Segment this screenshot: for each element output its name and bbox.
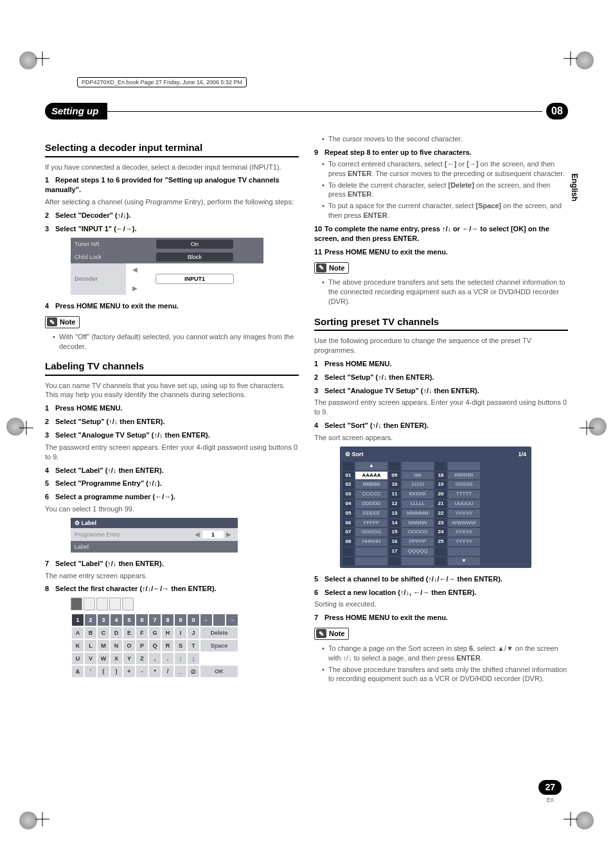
crop-mark-icon (19, 811, 37, 829)
sort-cell (342, 547, 354, 556)
sort-cell: JJJJJ (402, 481, 434, 489)
step-4: Press HOME MENU to exit the menu. (55, 302, 179, 310)
sort-cell: WWWWW (448, 519, 480, 527)
sort-cell: 06 (342, 519, 354, 527)
sort-cell (355, 547, 387, 556)
sort-cell: FFFFF (355, 519, 387, 527)
sort-cell: 01 (342, 472, 354, 480)
register-cross-icon (580, 421, 594, 435)
right-column: The cursor moves to the second character… (314, 132, 568, 686)
step-1: Repeat steps 1 to 6 provided for "Settin… (45, 176, 280, 193)
sort-cell: 18 (435, 472, 447, 480)
page-number: 27 En (538, 780, 562, 804)
sort-cell: EEEEE (355, 509, 387, 518)
sort-cell: QQQQQ (402, 547, 434, 556)
register-cross-icon (35, 51, 49, 66)
heading-sorting: Sorting preset TV channels (314, 315, 568, 331)
crop-mark-icon (576, 51, 594, 69)
sort-cell: OOOOO (402, 528, 434, 536)
sort-cell: GGGGG (355, 528, 387, 536)
kb-delete: Delete (200, 627, 238, 639)
sort-cell: 05 (342, 509, 354, 518)
sort-cell: 25 (435, 538, 447, 546)
book-header-line: PDP4270XD_En.book Page 27 Friday, June 1… (77, 77, 247, 87)
sort-cell: 14 (389, 519, 400, 527)
heading-labeling: Labeling TV channels (45, 360, 299, 375)
chapter-number: 08 (546, 103, 568, 120)
crop-mark-icon (19, 51, 37, 69)
sort-screen: ⚙ Sort1/4 ▲01AAAAA09IIIII18RRRRR02BBBBB1… (340, 447, 531, 568)
sort-cell: 10 (389, 481, 400, 489)
sort-cell: 21 (435, 500, 447, 508)
sort-cell: MMMMM (402, 509, 434, 518)
sort-cell: 13 (389, 509, 400, 518)
sort-cell: TTTTT (448, 490, 480, 499)
sort-cell: HHHHH (355, 538, 387, 546)
sort-cell: 16 (389, 538, 400, 546)
crop-mark-icon (576, 811, 594, 829)
label-ui-panel: ⚙ Label Programme Entry◀1▶ Label (71, 518, 238, 553)
note-icon: ✎ (47, 317, 57, 326)
sort-cell: XXXXX (448, 528, 480, 536)
sort-cell: BBBBB (355, 481, 387, 489)
sort-cell: 22 (435, 509, 447, 518)
register-cross-icon (35, 812, 49, 826)
sort-cell: NNNNN (402, 519, 434, 527)
step-2: Select "Decoder" (↑/↓). (55, 211, 130, 219)
sort-cell: LLLLL (402, 500, 434, 508)
register-cross-icon (564, 51, 578, 66)
sort-cell (448, 547, 480, 556)
kb-space: Space (200, 640, 238, 651)
chapter-title: Setting up (45, 103, 107, 120)
step-1-sub: After selecting a channel (using Program… (45, 197, 299, 207)
note-box: ✎Note (45, 316, 299, 328)
sort-cell: 02 (342, 481, 354, 489)
note-icon: ✎ (316, 263, 326, 272)
sort-cell: SSSSS (448, 481, 480, 489)
sort-cell: KKKKK (402, 490, 434, 499)
sort-cell: 19 (435, 481, 447, 489)
sort-cell (435, 547, 447, 556)
sort-cell: YYYYY (448, 538, 480, 546)
sort-cell: 12 (389, 500, 400, 508)
sort-cell: VVVVV (448, 509, 480, 518)
decoder-intro: If you have connected a decoder, select … (45, 163, 299, 172)
note-decoder-off: With "Off" (factory default) selected, y… (53, 332, 299, 351)
register-cross-icon (19, 421, 33, 435)
sort-cell: 17 (389, 547, 400, 556)
sort-cell: RRRRR (448, 472, 480, 480)
onscreen-keyboard: 1234567890←→ABCDEFGHIJDeleteKLMNOPQRSTSp… (71, 598, 257, 678)
sort-cell: IIIII (402, 472, 434, 480)
sort-cell: 23 (435, 519, 447, 527)
gear-icon: ⚙ (345, 450, 350, 458)
sort-cell: 04 (342, 500, 354, 508)
sort-cell: PPPPP (402, 538, 434, 546)
labeling-intro: You can name TV channels that you have s… (45, 381, 299, 400)
sort-cell: DDDDD (355, 500, 387, 508)
heading-decoder: Selecting a decoder input terminal (45, 141, 299, 157)
sort-cell: CCCCC (355, 490, 387, 499)
sort-cell: 20 (435, 490, 447, 499)
sort-cell: UUUUU (448, 500, 480, 508)
delete-character: To delete the current character, select … (322, 181, 568, 200)
register-cross-icon (564, 812, 578, 826)
language-tab: English (569, 173, 580, 201)
space-character: To put a space for the current character… (322, 201, 568, 220)
gear-icon: ⚙ (75, 520, 80, 526)
sort-cell: 03 (342, 490, 354, 499)
decoder-settings-table: Tuner NROn Child LockBlock Decoder◀INPUT… (71, 238, 263, 295)
sort-cell: 24 (435, 528, 447, 536)
sort-cell: 11 (389, 490, 400, 499)
sort-cell: 07 (342, 528, 354, 536)
sort-cell: 09 (389, 472, 400, 480)
step-3: Select "INPUT 1" (←/→). (55, 225, 137, 233)
chapter-header: Setting up 08 (45, 103, 568, 120)
kb-ok: OK (200, 666, 238, 677)
sort-cell: 15 (389, 528, 400, 536)
sort-cell: AAAAA (355, 472, 387, 480)
correct-characters: To correct entered characters, select [←… (322, 159, 568, 179)
left-column: Selecting a decoder input terminal If yo… (45, 132, 299, 686)
note-icon: ✎ (316, 629, 326, 638)
sort-cell: 08 (342, 538, 354, 546)
note-sort-page: To change a page on the Sort screen in s… (322, 644, 568, 663)
